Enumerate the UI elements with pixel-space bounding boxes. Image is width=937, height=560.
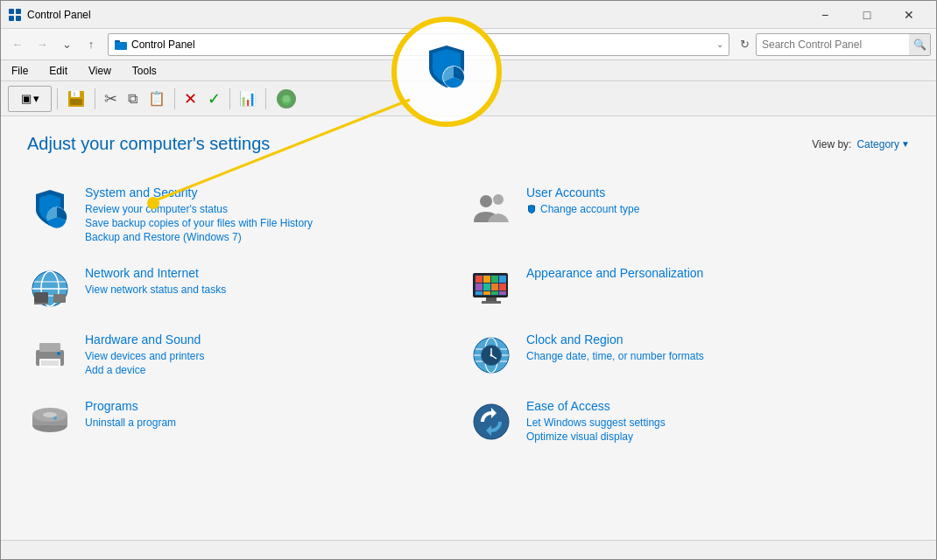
properties-button[interactable]: 📊 [236,86,260,112]
svg-rect-21 [34,292,48,303]
ease-access-title[interactable]: Ease of Access [526,399,896,413]
system-security-title[interactable]: System and Security [85,186,454,200]
hardware-link-1[interactable]: View devices and printers [85,350,454,362]
clock-icon [468,332,514,378]
delete-button[interactable]: ✕ [180,86,201,112]
organize-button[interactable]: ▣ ▾ [8,86,52,112]
categories-grid: System and Security Review your computer… [27,175,910,455]
category-system-security: System and Security Review your computer… [27,175,468,256]
programs-link-1[interactable]: Uninstall a program [85,416,454,429]
svg-rect-1 [16,9,21,14]
page-title: Adjust your computer's settings [27,134,270,154]
minimize-button[interactable]: − [805,1,845,29]
system-security-link-1[interactable]: Review your computer's status [85,203,454,215]
svg-point-14 [480,195,492,207]
svg-rect-5 [115,42,127,50]
svg-rect-26 [476,276,483,283]
svg-rect-36 [491,291,498,295]
window: Control Panel − □ ✕ ← → ⌄ ↑ Control Pane… [0,0,937,560]
save-button[interactable] [63,86,89,112]
close-button[interactable]: ✕ [889,1,929,29]
svg-rect-38 [486,298,497,301]
cut-icon: ✂ [104,89,117,108]
system-security-link-3[interactable]: Backup and Restore (Windows 7) [85,231,454,243]
paste-button[interactable]: 📋 [144,86,169,112]
svg-rect-23 [53,294,66,303]
back-button[interactable]: ← [6,33,29,56]
clock-title[interactable]: Clock and Region [526,332,896,346]
svg-point-12 [283,95,290,102]
cut-button[interactable]: ✂ [101,86,121,112]
svg-rect-33 [499,284,506,290]
address-bar[interactable]: Control Panel ⌄ [108,33,729,56]
svg-rect-22 [34,303,48,304]
status-bar [1,540,936,559]
delete-icon: ✕ [184,89,197,108]
ease-access-text: Ease of Access Let Windows suggest setti… [526,399,896,444]
ease-access-icon [468,399,514,444]
user-accounts-link-1[interactable]: Change account type [526,203,896,215]
view-by-dropdown[interactable]: Category ▼ [856,138,910,150]
user-accounts-title[interactable]: User Accounts [526,186,896,200]
properties-icon: 📊 [239,90,257,107]
svg-rect-8 [70,99,82,105]
hardware-link-2[interactable]: Add a device [85,364,454,376]
svg-rect-3 [16,16,21,21]
up-button[interactable]: ↑ [80,33,102,56]
svg-rect-32 [491,284,498,290]
refresh-button[interactable]: ↻ [735,35,754,54]
svg-rect-30 [476,284,483,290]
copy-icon: ⧉ [128,91,137,107]
search-button[interactable]: 🔍 [909,34,930,55]
hardware-title[interactable]: Hardware and Sound [85,332,454,346]
recent-locations-button[interactable]: ⌄ [55,33,78,56]
rename-icon: ✓ [208,89,221,108]
maximize-button[interactable]: □ [847,1,887,29]
network-link-1[interactable]: View network status and tasks [85,284,454,296]
toolbar-separator-1 [57,88,58,109]
system-security-link-2[interactable]: Save backup copies of your files with Fi… [85,217,454,229]
toolbar-separator-2 [95,88,95,109]
save-icon [67,89,86,108]
address-text: Control Panel [131,38,195,51]
view-by-control: View by: Category ▼ [812,138,910,150]
category-clock: Clock and Region Change date, time, or n… [468,322,910,388]
svg-rect-39 [482,301,501,304]
copy-button[interactable]: ⧉ [124,86,141,112]
menu-tools[interactable]: Tools [129,63,160,79]
search-input[interactable] [757,38,909,51]
category-network: Network and Internet View network status… [27,256,468,322]
appearance-title[interactable]: Appearance and Personalization [526,266,896,280]
menu-file[interactable]: File [8,63,32,79]
category-user-accounts: User Accounts Change account type [468,175,910,256]
menu-view[interactable]: View [85,63,115,79]
ease-access-link-2[interactable]: Optimize visual display [526,430,896,443]
system-security-icon [27,186,73,231]
toolbar: ▣ ▾ ✂ ⧉ 📋 ✕ ✓ 📊 [1,81,936,116]
svg-point-15 [493,194,504,205]
nav-bar: ← → ⌄ ↑ Control Panel ⌄ ↻ 🔍 [1,29,936,60]
svg-point-59 [53,416,57,420]
ease-access-link-1[interactable]: Let Windows suggest settings [526,416,896,429]
search-box[interactable]: 🔍 [756,33,931,56]
programs-title[interactable]: Programs [85,399,454,413]
menu-edit[interactable]: Edit [46,63,71,79]
rename-button[interactable]: ✓ [204,86,224,112]
view-by-arrow-icon: ▼ [901,139,910,149]
view-by-label: View by: [812,138,851,150]
category-programs: Programs Uninstall a program [27,388,468,455]
network-title[interactable]: Network and Internet [85,266,454,280]
toolbar-separator-3 [174,88,175,109]
menu-bar: File Edit View Tools [1,60,936,81]
forward-button[interactable]: → [31,33,53,56]
help-button[interactable] [271,86,301,112]
window-title: Control Panel [27,9,805,21]
address-dropdown[interactable]: ⌄ [716,39,723,49]
organize-arrow: ▾ [33,92,39,105]
user-accounts-text: User Accounts Change account type [526,186,896,217]
user-accounts-icon [468,186,514,231]
clock-link-1[interactable]: Change date, time, or number formats [526,350,896,362]
hardware-text: Hardware and Sound View devices and prin… [85,332,454,378]
content-header: Adjust your computer's settings View by:… [27,134,910,154]
svg-rect-27 [483,276,490,283]
